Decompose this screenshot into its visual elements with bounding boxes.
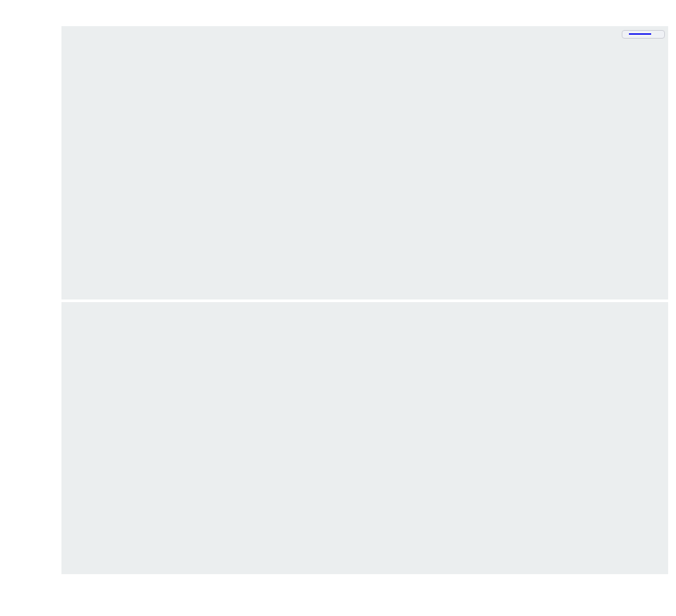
legend-line-sample: [629, 33, 651, 35]
legend: [622, 30, 665, 39]
figure: [0, 0, 676, 616]
top-axes: [61, 26, 668, 299]
bottom-axes: [61, 302, 668, 574]
